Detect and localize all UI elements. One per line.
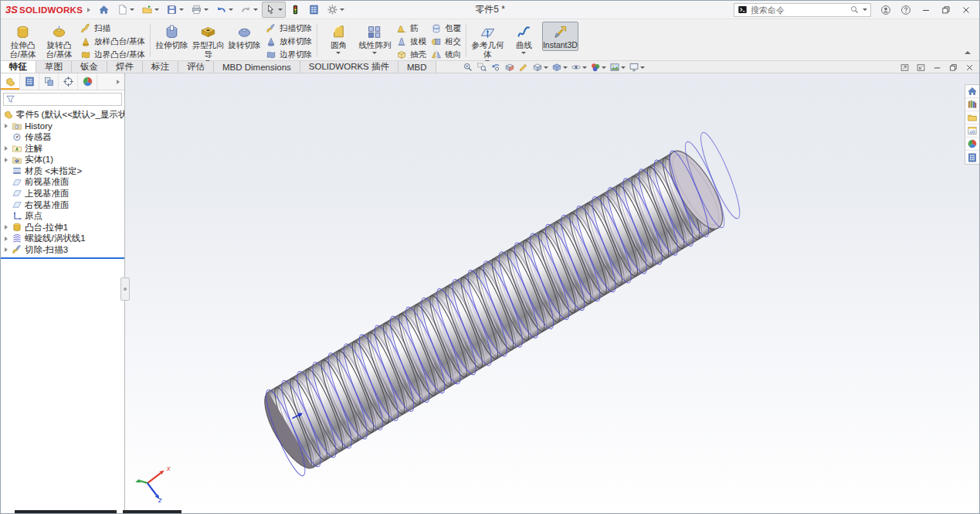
tab-evaluate[interactable]: 评估: [178, 61, 214, 73]
panel-tab-displaymanager[interactable]: [78, 73, 97, 90]
previous-view-button[interactable]: [490, 62, 502, 73]
view-settings-button[interactable]: [628, 62, 646, 73]
display-style-button[interactable]: [551, 62, 568, 73]
zoom-area-button[interactable]: [476, 62, 488, 73]
ribbon-button-cut-sweep[interactable]: 扫描切除: [264, 22, 314, 35]
panel-tab-propertymanager[interactable]: [20, 73, 39, 90]
ribbon-button-boss-extrude[interactable]: 拉伸凸台/基体: [5, 22, 41, 60]
ribbon-button-sweep[interactable]: 扫描: [79, 22, 147, 35]
account-button[interactable]: [877, 4, 894, 16]
ribbon-button-cut-revolve[interactable]: 旋转切除: [226, 22, 263, 51]
redo-button[interactable]: [237, 2, 261, 18]
save-button[interactable]: [163, 2, 187, 18]
ribbon-button-shell[interactable]: 抽壳: [395, 49, 428, 61]
task-pane-home-button[interactable]: [965, 85, 979, 98]
collapse-ribbon-button[interactable]: [963, 45, 972, 57]
logo-flyout-icon[interactable]: [87, 8, 90, 12]
tab-mbd[interactable]: MBD: [398, 61, 436, 73]
doc-win-close-button[interactable]: [964, 63, 975, 73]
ribbon-button-instant3d[interactable]: Instant3D: [542, 22, 578, 51]
hide-show-items-button[interactable]: [570, 62, 588, 73]
rollback-bar[interactable]: [1, 257, 124, 259]
tab-mbd-dimensions[interactable]: MBD Dimensions: [214, 61, 300, 73]
task-pane-design-library-button[interactable]: [965, 98, 979, 111]
file-properties-button[interactable]: [305, 2, 323, 18]
graphics-area[interactable]: xz: [125, 73, 979, 514]
ribbon-button-revolve-boss[interactable]: 旋转凸台/基体: [41, 22, 77, 60]
dynamic-annotation-button[interactable]: [517, 62, 530, 73]
ribbon-button-boundary[interactable]: 边界凸台/基体: [79, 49, 147, 61]
task-pane-appearances-button[interactable]: [965, 138, 979, 151]
ribbon-button-intersect[interactable]: 相交: [429, 36, 463, 48]
expand-icon: [5, 146, 8, 151]
tree-item-annotations-folder[interactable]: 注解: [1, 143, 124, 155]
panel-tab-configurationmanager[interactable]: [39, 73, 59, 90]
tree-item-helix[interactable]: 螺旋线/涡状线1: [1, 233, 124, 245]
tab-sketch[interactable]: 草图: [36, 61, 72, 73]
panel-tab-dimxpertmanager[interactable]: [59, 73, 78, 90]
cut-sweep-icon: [266, 23, 276, 34]
panel-splitter-handle[interactable]: [120, 277, 130, 301]
search-icon[interactable]: [849, 5, 860, 15]
zoom-fit-button[interactable]: [462, 62, 474, 73]
panel-flyout-button[interactable]: [112, 73, 124, 90]
ribbon-button-linear-pattern[interactable]: 线性阵列: [357, 22, 393, 55]
tree-item-cut-sweep[interactable]: 切除-扫描3: [1, 244, 124, 256]
tree-item-plane[interactable]: 右视基准面: [1, 199, 124, 211]
tree-item-origin[interactable]: 原点: [1, 210, 124, 222]
win-restore-button[interactable]: [938, 4, 955, 16]
open-folder-button[interactable]: [138, 2, 162, 18]
tree-item-plane[interactable]: 前视基准面: [1, 177, 124, 189]
task-pane-view-palette-button[interactable]: [965, 124, 979, 138]
ribbon-button-mirror[interactable]: 镜向: [429, 49, 463, 61]
win-minimize-button[interactable]: [917, 4, 934, 16]
ribbon-button-cut-extrude[interactable]: 拉伸切除: [154, 22, 190, 51]
task-pane-custom-properties-button[interactable]: [965, 151, 979, 164]
help-button[interactable]: [897, 4, 914, 16]
ribbon-button-cut-loft[interactable]: 放样切除: [264, 36, 314, 48]
apply-scene-button[interactable]: [609, 62, 626, 73]
tree-item-solid-bodies-folder[interactable]: 实体(1): [1, 154, 124, 165]
feature-filter[interactable]: [3, 93, 122, 106]
doc-win-restore-button[interactable]: [948, 63, 959, 73]
home-button[interactable]: [95, 2, 113, 18]
tree-item-plane[interactable]: 上视基准面: [1, 188, 124, 199]
edit-appearance-button[interactable]: [589, 62, 607, 73]
tree-item-history-folder[interactable]: History: [1, 121, 124, 132]
ribbon-button-wrap[interactable]: 包覆: [429, 22, 463, 35]
tab-sheet-metal[interactable]: 钣金: [72, 61, 107, 73]
ribbon-button-rib[interactable]: 筋: [395, 22, 428, 35]
tree-root[interactable]: 零件5 (默认<<默认>_显示状态 1>): [1, 109, 124, 121]
rebuild-button[interactable]: [287, 2, 304, 18]
section-view-button[interactable]: [504, 62, 516, 73]
undo-button[interactable]: [212, 2, 236, 18]
ribbon-button-ref-geometry[interactable]: 参考几何体: [470, 22, 506, 63]
tree-item-material[interactable]: 材质 <未指定>: [1, 165, 124, 177]
button-label: 拉伸切除: [155, 41, 188, 50]
tab-weldments[interactable]: 焊件: [107, 61, 143, 73]
ribbon-button-loft[interactable]: 放样凸台/基体: [79, 36, 147, 48]
search-dropdown-icon[interactable]: [863, 9, 867, 11]
view-orientation-button[interactable]: [531, 62, 549, 73]
doc-float-window-button[interactable]: [899, 63, 910, 73]
options-gear-button[interactable]: [324, 2, 348, 18]
ribbon-button-hole-wizard[interactable]: 异型孔向导: [190, 22, 226, 63]
doc-win-minimize-button[interactable]: [931, 63, 943, 73]
tab-markup[interactable]: 标注: [143, 61, 178, 73]
print-button[interactable]: [188, 2, 212, 18]
search-input[interactable]: [751, 5, 846, 15]
ribbon-button-cut-boundary[interactable]: 边界切除: [264, 49, 314, 61]
ribbon-button-fillet[interactable]: 圆角: [320, 22, 357, 55]
panel-tab-featuremanager[interactable]: [1, 73, 20, 90]
tree-item-sensors[interactable]: 传感器: [1, 131, 124, 143]
task-pane-file-explorer-button[interactable]: [965, 111, 979, 124]
ribbon-button-curves[interactable]: 曲线: [506, 22, 542, 55]
new-doc-button[interactable]: [114, 2, 137, 18]
ribbon-button-draft[interactable]: 拔模: [395, 36, 428, 48]
tree-item-boss-extrude[interactable]: 凸台-拉伸1: [1, 222, 124, 233]
tab-solidworks-addins[interactable]: SOLIDWORKS 插件: [300, 61, 398, 73]
select-cursor-button[interactable]: [262, 2, 286, 18]
tab-features[interactable]: 特征: [1, 61, 36, 73]
doc-dock-window-button[interactable]: [915, 63, 927, 73]
win-close-button[interactable]: [958, 4, 975, 16]
